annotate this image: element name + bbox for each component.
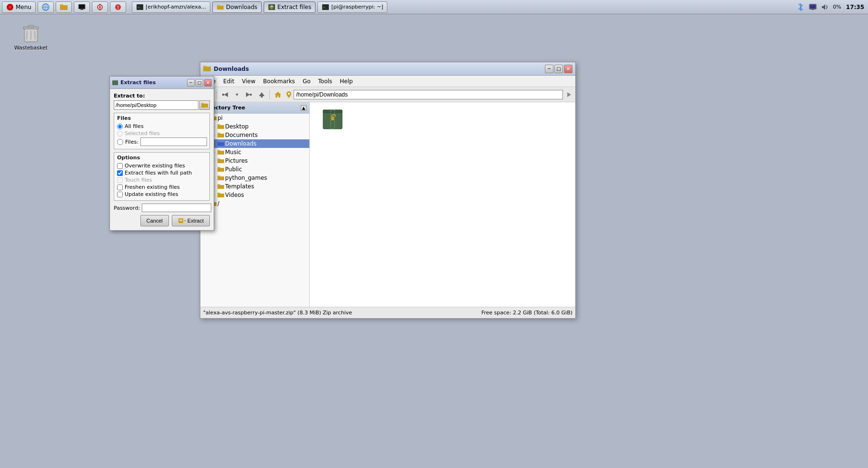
radio-files[interactable]	[117, 139, 123, 145]
browser-button[interactable]	[38, 1, 54, 13]
menu-button[interactable]: Menu	[2, 1, 36, 13]
volume-icon[interactable]	[820, 2, 830, 12]
extract-button[interactable]: Extract	[172, 215, 210, 226]
menu-bookmarks[interactable]: Bookmarks	[259, 77, 299, 86]
dialog-titlebar: Extract files ─ □ ✕	[110, 77, 214, 89]
downloads-folder-icon	[217, 3, 224, 11]
address-area	[285, 90, 573, 99]
tree-item-videos[interactable]: + Videos	[200, 191, 309, 199]
taskbtn-extract[interactable]: 📦 Extract files	[264, 1, 316, 13]
cb-extract-full-path[interactable]	[117, 170, 123, 176]
taskbar: Menu	[0, 0, 868, 14]
extract-to-input[interactable]	[114, 100, 198, 110]
taskbtn-terminal2[interactable]: >_ [pi@raspberrypi: ~]	[317, 1, 387, 13]
extract-button-label: Extract	[187, 218, 204, 224]
tree-item-pi[interactable]: ─ pi	[200, 114, 309, 122]
tree-label-music: Music	[225, 149, 241, 156]
cb-freshen[interactable]	[117, 185, 123, 190]
svg-rect-41	[261, 96, 263, 98]
taskbtn-downloads-label: Downloads	[226, 4, 257, 10]
tree-item-pictures[interactable]: + Pictures	[200, 156, 309, 165]
files-section-label: Files	[117, 115, 207, 121]
tree-item-desktop[interactable]: + Desktop	[200, 122, 309, 131]
files-button[interactable]	[56, 1, 72, 13]
svg-rect-25	[811, 9, 814, 10]
tree-label-python-games: python_games	[225, 175, 267, 181]
av-button[interactable]: !	[110, 1, 126, 13]
bluetooth-icon[interactable]	[796, 2, 805, 12]
password-label: Password:	[114, 205, 140, 211]
maximize-button[interactable]: □	[554, 65, 563, 73]
radio-selected-files[interactable]	[117, 131, 123, 136]
monitor-button[interactable]	[74, 1, 90, 13]
svg-point-12	[99, 6, 101, 8]
menu-view[interactable]: View	[238, 77, 259, 86]
cb-extract-full-path-label: Extract files with full path	[125, 170, 192, 176]
forward-btn[interactable]	[243, 88, 255, 101]
browse-button[interactable]	[199, 100, 210, 110]
tree-item-python-games[interactable]: + python_games	[200, 174, 309, 182]
radio-selected-files-label: Selected files	[125, 130, 160, 136]
files-input-row: Files:	[117, 137, 207, 146]
minimize-button[interactable]: ─	[545, 65, 553, 73]
taskbtn-terminal1[interactable]: >_ [erikhopf-amzn/alexa...	[132, 1, 210, 13]
toolbar-sep2	[269, 90, 270, 99]
close-button[interactable]: ✕	[564, 65, 572, 73]
back-dropdown-btn[interactable]	[232, 88, 242, 101]
tree-item-public[interactable]: + Public	[200, 165, 309, 174]
back-btn[interactable]	[219, 88, 231, 101]
cb-touch-files[interactable]	[117, 177, 123, 183]
menu-edit[interactable]: Edit	[219, 77, 238, 86]
taskbtn-downloads[interactable]: Downloads	[212, 1, 262, 13]
address-input[interactable]	[294, 90, 563, 99]
svg-marker-35	[224, 92, 228, 97]
wastebasket-icon[interactable]: Wastebasket	[14, 24, 48, 51]
cb-update[interactable]	[117, 192, 123, 197]
fm-window-controls: ─ □ ✕	[545, 65, 572, 73]
config-button[interactable]	[92, 1, 108, 13]
fm-title: Downloads	[214, 66, 542, 72]
tree-item-documents[interactable]: + Documents	[200, 131, 309, 139]
radio-all-files[interactable]	[117, 124, 123, 129]
network-icon[interactable]	[808, 2, 818, 12]
tree-item-root[interactable]: + /	[200, 199, 309, 208]
wastebasket-label: Wastebasket	[14, 45, 48, 51]
svg-rect-39	[250, 94, 252, 96]
dialog-close-btn[interactable]: ✕	[204, 79, 212, 87]
tree-item-downloads[interactable]: + Downloads	[200, 139, 309, 148]
home-btn[interactable]	[272, 88, 284, 101]
dialog-maximize-btn[interactable]: □	[196, 79, 203, 87]
tree-label-templates: Templates	[225, 183, 254, 190]
radio-files-label: Files:	[125, 139, 138, 145]
menu-go[interactable]: Go	[299, 77, 315, 86]
files-text-input[interactable]	[140, 137, 207, 146]
cb-update-label: Update existing files	[125, 191, 178, 197]
cancel-button[interactable]: Cancel	[140, 215, 169, 226]
tree-item-templates[interactable]: + Templates	[200, 182, 309, 191]
sidebar: Directory Tree ▲ ─ pi + Desktop +	[200, 102, 310, 307]
svg-rect-46	[323, 110, 342, 113]
options-section-label: Options	[117, 155, 207, 161]
password-input[interactable]	[142, 204, 211, 212]
tree-label-public: Public	[225, 166, 242, 173]
menu-help[interactable]: Help	[336, 77, 356, 86]
svg-marker-40	[259, 92, 265, 96]
cb-overwrite[interactable]	[117, 163, 123, 169]
menu-tools[interactable]: Tools	[315, 77, 336, 86]
rpi-icon	[6, 3, 14, 11]
tree-item-music[interactable]: + Music	[200, 148, 309, 156]
svg-marker-52	[184, 220, 186, 222]
content-area: Directory Tree ▲ ─ pi + Desktop +	[200, 102, 575, 307]
toolbar: +	[200, 87, 575, 102]
folder-quick-icon	[60, 3, 68, 11]
globe-icon	[42, 3, 49, 11]
options-section: Options Overwrite existing files Extract…	[114, 152, 210, 201]
up-btn[interactable]	[256, 88, 267, 101]
dialog-buttons: Cancel Extract	[114, 215, 210, 226]
svg-rect-30	[28, 25, 34, 27]
svg-rect-24	[810, 5, 816, 9]
dialog-minimize-btn[interactable]: ─	[187, 79, 195, 87]
sidebar-toggle[interactable]: ▲	[301, 105, 306, 111]
zip-file-icon[interactable]	[314, 106, 352, 131]
go-btn[interactable]	[564, 90, 573, 99]
